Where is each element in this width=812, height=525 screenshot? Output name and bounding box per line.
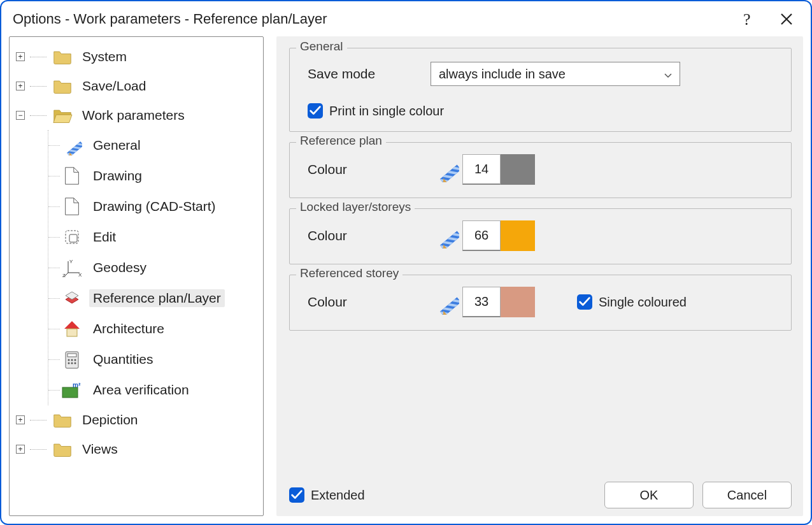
chevron-down-icon [663,67,673,82]
svg-text:?: ? [743,11,751,27]
expand-icon[interactable]: + [16,82,25,90]
single-coloured-checkbox[interactable]: Single coloured [577,294,687,310]
checkbox-label: Single coloured [599,295,687,310]
colour-swatch[interactable] [501,220,535,251]
tree-item-wp-edit[interactable]: Edit [61,222,259,252]
tree-item-wp-general[interactable]: General [61,130,259,161]
button-label: Cancel [727,488,767,503]
layers-icon [61,289,83,308]
group-locked: Locked layer/storeys Colour 66 [289,208,792,264]
save-mode-value: always include in save [439,67,566,82]
checkbox-checked-icon [289,487,304,503]
group-legend: General [296,40,347,54]
colour-picker-button[interactable] [431,154,462,185]
cancel-button[interactable]: Cancel [702,482,792,508]
folder-icon [52,47,73,66]
save-mode-select[interactable]: always include in save [431,62,680,86]
help-icon[interactable]: ? [738,10,756,28]
group-legend: Locked layer/storeys [296,200,415,214]
svg-point-19 [75,363,76,364]
expand-icon[interactable]: + [16,52,25,61]
group-legend: Referenced storey [296,266,402,280]
dialog-footer: Extended OK Cancel [289,475,792,508]
tree-label: Drawing (CAD-Start) [89,198,220,215]
tree-item-depiction[interactable]: + Depiction [13,405,259,435]
page-icon [61,197,83,216]
svg-rect-13 [68,354,76,357]
group-general: General Save mode always include in save… [289,48,792,132]
folder-icon [52,76,73,96]
collapse-icon[interactable]: − [16,111,25,120]
colour-swatch[interactable] [501,287,535,317]
colour-picker-button[interactable] [431,287,462,317]
colour-index-input[interactable]: 66 [462,220,501,251]
tree-item-wp-areaverif[interactable]: m² Area verification [61,375,259,405]
group-legend: Reference plan [296,134,386,148]
colour-picker-button[interactable] [431,220,462,251]
pencil-icon [61,136,83,155]
svg-text:Y: Y [69,259,73,264]
folder-icon [52,410,73,429]
colour-swatch[interactable] [501,154,535,185]
tree-item-wp-quantities[interactable]: Quantities [61,344,259,375]
tree-label: Quantities [89,350,157,368]
svg-point-18 [71,363,73,364]
settings-panel: General Save mode always include in save… [276,36,803,516]
svg-rect-20 [62,387,78,398]
tree-item-views[interactable]: + Views [13,435,259,464]
save-mode-label: Save mode [308,66,419,82]
tree-label: Edit [89,228,120,246]
svg-marker-10 [64,321,80,329]
svg-text:Z: Z [62,273,66,278]
colour-index-input[interactable]: 33 [462,287,501,317]
tree-item-wp-drawing-cad[interactable]: Drawing (CAD-Start) [61,191,259,222]
svg-text:X: X [78,272,82,278]
svg-rect-6 [69,234,77,242]
tree-item-wp-architecture[interactable]: Architecture [61,313,259,344]
tree-label: Reference plan/Layer [89,289,225,307]
tree-item-wp-refplan[interactable]: Reference plan/Layer [61,283,259,313]
tree-label: Area verification [89,381,193,399]
tree-item-workparams[interactable]: − Work parameters [13,101,259,130]
print-single-colour-checkbox[interactable]: Print in single colour [308,103,777,119]
group-reference-plan: Reference plan Colour 14 [289,142,792,198]
house-icon [61,319,83,338]
extended-checkbox[interactable]: Extended [289,487,365,503]
axes-icon: Y X Z [61,258,83,277]
area-icon: m² [61,380,83,399]
colour-label: Colour [308,294,419,310]
tree-label: General [89,136,145,154]
tree-item-system[interactable]: + System [13,42,259,71]
svg-point-16 [75,359,76,361]
tree-label: Views [78,440,122,458]
tree-item-saveload[interactable]: + Save/Load [13,71,259,101]
ok-button[interactable]: OK [604,482,694,508]
calculator-icon [61,350,83,369]
folder-icon [52,440,73,459]
options-dialog: Options - Work parameters - Reference pl… [0,0,812,525]
tree-label: System [78,48,131,66]
close-icon[interactable] [778,10,795,28]
checkbox-label: Extended [311,488,365,503]
svg-text:m²: m² [73,382,81,389]
expand-icon[interactable]: + [16,415,25,424]
edit-icon [61,227,83,247]
checkbox-checked-icon [308,103,323,119]
tree-label: Depiction [78,411,142,429]
colour-index-input[interactable]: 14 [462,154,501,185]
tree-item-wp-drawing[interactable]: Drawing [61,161,259,191]
svg-rect-11 [67,329,77,336]
group-refstorey: Referenced storey Colour 33 Single colou… [289,275,792,331]
window-title: Options - Work parameters - Reference pl… [13,11,738,27]
tree-item-wp-geodesy[interactable]: Y X Z Geodesy [61,252,259,283]
folder-open-icon [52,106,73,125]
button-label: OK [640,488,659,503]
tree-label: Geodesy [89,259,150,277]
colour-label: Colour [308,162,419,177]
svg-point-14 [68,359,70,361]
tree-label: Save/Load [78,77,150,95]
titlebar: Options - Work parameters - Reference pl… [1,1,811,36]
tree-label: Work parameters [78,106,189,124]
expand-icon[interactable]: + [16,445,25,454]
checkbox-checked-icon [577,294,592,310]
